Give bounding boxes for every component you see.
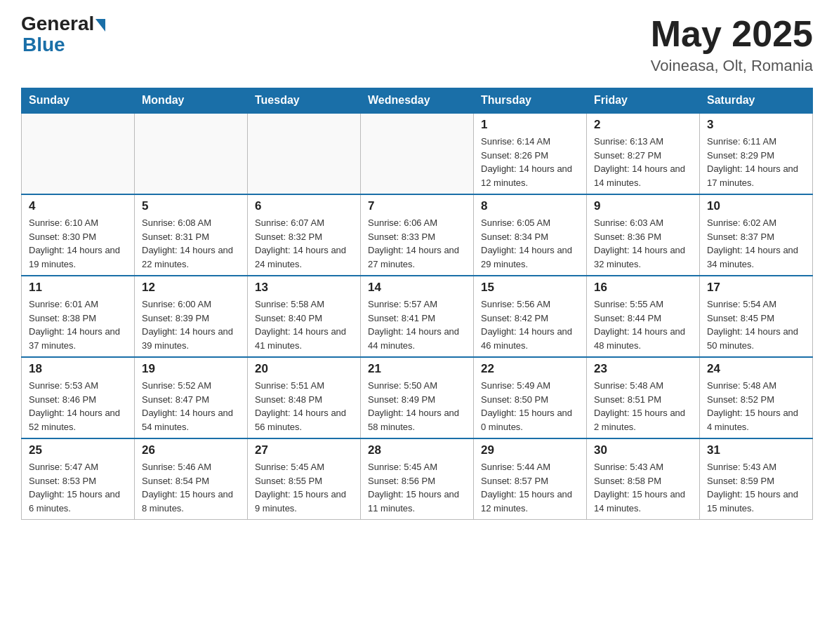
calendar-cell: 12Sunrise: 6:00 AMSunset: 8:39 PMDayligh… bbox=[135, 276, 248, 357]
calendar-week-row: 11Sunrise: 6:01 AMSunset: 8:38 PMDayligh… bbox=[22, 276, 813, 357]
day-info: Sunrise: 5:54 AMSunset: 8:45 PMDaylight:… bbox=[707, 297, 805, 352]
day-number: 5 bbox=[142, 199, 240, 213]
calendar-subtitle: Voineasa, Olt, Romania bbox=[651, 57, 813, 75]
calendar-table: SundayMondayTuesdayWednesdayThursdayFrid… bbox=[21, 88, 813, 520]
calendar-header-friday: Friday bbox=[587, 88, 700, 114]
day-info: Sunrise: 5:51 AMSunset: 8:48 PMDaylight:… bbox=[255, 379, 353, 434]
day-number: 2 bbox=[594, 118, 692, 132]
calendar-header-tuesday: Tuesday bbox=[248, 88, 361, 114]
logo: General Blue bbox=[21, 14, 105, 56]
day-info: Sunrise: 6:00 AMSunset: 8:39 PMDaylight:… bbox=[142, 297, 240, 352]
calendar-title: May 2025 bbox=[651, 14, 813, 54]
calendar-header-wednesday: Wednesday bbox=[361, 88, 474, 114]
day-info: Sunrise: 5:55 AMSunset: 8:44 PMDaylight:… bbox=[594, 297, 692, 352]
calendar-cell bbox=[22, 113, 135, 194]
day-info: Sunrise: 5:56 AMSunset: 8:42 PMDaylight:… bbox=[481, 297, 579, 352]
day-number: 22 bbox=[481, 362, 579, 376]
calendar-cell bbox=[135, 113, 248, 194]
calendar-week-row: 1Sunrise: 6:14 AMSunset: 8:26 PMDaylight… bbox=[22, 113, 813, 194]
day-number: 24 bbox=[707, 362, 805, 376]
calendar-cell: 1Sunrise: 6:14 AMSunset: 8:26 PMDaylight… bbox=[474, 113, 587, 194]
day-info: Sunrise: 5:45 AMSunset: 8:56 PMDaylight:… bbox=[368, 460, 466, 515]
calendar-header-saturday: Saturday bbox=[700, 88, 813, 114]
day-info: Sunrise: 6:01 AMSunset: 8:38 PMDaylight:… bbox=[29, 297, 127, 352]
calendar-cell: 15Sunrise: 5:56 AMSunset: 8:42 PMDayligh… bbox=[474, 276, 587, 357]
day-info: Sunrise: 5:53 AMSunset: 8:46 PMDaylight:… bbox=[29, 379, 127, 434]
calendar-cell: 7Sunrise: 6:06 AMSunset: 8:33 PMDaylight… bbox=[361, 194, 474, 276]
day-number: 30 bbox=[594, 443, 692, 457]
day-info: Sunrise: 5:52 AMSunset: 8:47 PMDaylight:… bbox=[142, 379, 240, 434]
calendar-cell: 28Sunrise: 5:45 AMSunset: 8:56 PMDayligh… bbox=[361, 438, 474, 520]
day-info: Sunrise: 5:58 AMSunset: 8:40 PMDaylight:… bbox=[255, 297, 353, 352]
day-number: 4 bbox=[29, 199, 127, 213]
calendar-cell: 10Sunrise: 6:02 AMSunset: 8:37 PMDayligh… bbox=[700, 194, 813, 276]
day-info: Sunrise: 5:47 AMSunset: 8:53 PMDaylight:… bbox=[29, 460, 127, 515]
day-info: Sunrise: 5:50 AMSunset: 8:49 PMDaylight:… bbox=[368, 379, 466, 434]
calendar-header-thursday: Thursday bbox=[474, 88, 587, 114]
day-info: Sunrise: 5:43 AMSunset: 8:59 PMDaylight:… bbox=[707, 460, 805, 515]
calendar-cell: 8Sunrise: 6:05 AMSunset: 8:34 PMDaylight… bbox=[474, 194, 587, 276]
calendar-cell: 29Sunrise: 5:44 AMSunset: 8:57 PMDayligh… bbox=[474, 438, 587, 520]
calendar-cell: 16Sunrise: 5:55 AMSunset: 8:44 PMDayligh… bbox=[587, 276, 700, 357]
day-number: 18 bbox=[29, 362, 127, 376]
day-info: Sunrise: 6:05 AMSunset: 8:34 PMDaylight:… bbox=[481, 216, 579, 271]
day-number: 12 bbox=[142, 281, 240, 295]
day-number: 11 bbox=[29, 281, 127, 295]
day-number: 21 bbox=[368, 362, 466, 376]
calendar-header-sunday: Sunday bbox=[22, 88, 135, 114]
day-number: 14 bbox=[368, 281, 466, 295]
day-info: Sunrise: 6:08 AMSunset: 8:31 PMDaylight:… bbox=[142, 216, 240, 271]
day-info: Sunrise: 6:10 AMSunset: 8:30 PMDaylight:… bbox=[29, 216, 127, 271]
day-number: 29 bbox=[481, 443, 579, 457]
day-info: Sunrise: 5:57 AMSunset: 8:41 PMDaylight:… bbox=[368, 297, 466, 352]
day-info: Sunrise: 5:46 AMSunset: 8:54 PMDaylight:… bbox=[142, 460, 240, 515]
day-info: Sunrise: 5:45 AMSunset: 8:55 PMDaylight:… bbox=[255, 460, 353, 515]
calendar-header-monday: Monday bbox=[135, 88, 248, 114]
page-header: General Blue May 2025 Voineasa, Olt, Rom… bbox=[21, 14, 813, 75]
day-info: Sunrise: 6:13 AMSunset: 8:27 PMDaylight:… bbox=[594, 135, 692, 189]
calendar-cell: 20Sunrise: 5:51 AMSunset: 8:48 PMDayligh… bbox=[248, 357, 361, 438]
calendar-cell: 21Sunrise: 5:50 AMSunset: 8:49 PMDayligh… bbox=[361, 357, 474, 438]
day-number: 19 bbox=[142, 362, 240, 376]
calendar-cell bbox=[361, 113, 474, 194]
logo-blue: Blue bbox=[22, 34, 65, 56]
day-number: 6 bbox=[255, 199, 353, 213]
day-info: Sunrise: 6:07 AMSunset: 8:32 PMDaylight:… bbox=[255, 216, 353, 271]
day-number: 3 bbox=[707, 118, 805, 132]
day-number: 25 bbox=[29, 443, 127, 457]
calendar-cell: 22Sunrise: 5:49 AMSunset: 8:50 PMDayligh… bbox=[474, 357, 587, 438]
day-info: Sunrise: 6:06 AMSunset: 8:33 PMDaylight:… bbox=[368, 216, 466, 271]
calendar-cell: 31Sunrise: 5:43 AMSunset: 8:59 PMDayligh… bbox=[700, 438, 813, 520]
calendar-week-row: 18Sunrise: 5:53 AMSunset: 8:46 PMDayligh… bbox=[22, 357, 813, 438]
day-number: 17 bbox=[707, 281, 805, 295]
calendar-cell: 9Sunrise: 6:03 AMSunset: 8:36 PMDaylight… bbox=[587, 194, 700, 276]
calendar-cell bbox=[248, 113, 361, 194]
calendar-cell: 18Sunrise: 5:53 AMSunset: 8:46 PMDayligh… bbox=[22, 357, 135, 438]
day-info: Sunrise: 6:02 AMSunset: 8:37 PMDaylight:… bbox=[707, 216, 805, 271]
day-number: 10 bbox=[707, 199, 805, 213]
calendar-cell: 5Sunrise: 6:08 AMSunset: 8:31 PMDaylight… bbox=[135, 194, 248, 276]
day-number: 8 bbox=[481, 199, 579, 213]
day-info: Sunrise: 5:49 AMSunset: 8:50 PMDaylight:… bbox=[481, 379, 579, 434]
day-number: 20 bbox=[255, 362, 353, 376]
day-number: 7 bbox=[368, 199, 466, 213]
calendar-header-row: SundayMondayTuesdayWednesdayThursdayFrid… bbox=[22, 88, 813, 114]
logo-triangle-icon bbox=[95, 19, 105, 32]
day-info: Sunrise: 5:48 AMSunset: 8:52 PMDaylight:… bbox=[707, 379, 805, 434]
day-number: 1 bbox=[481, 118, 579, 132]
calendar-cell: 30Sunrise: 5:43 AMSunset: 8:58 PMDayligh… bbox=[587, 438, 700, 520]
day-number: 26 bbox=[142, 443, 240, 457]
calendar-cell: 13Sunrise: 5:58 AMSunset: 8:40 PMDayligh… bbox=[248, 276, 361, 357]
day-number: 23 bbox=[594, 362, 692, 376]
logo-general: General bbox=[21, 14, 94, 34]
calendar-cell: 6Sunrise: 6:07 AMSunset: 8:32 PMDaylight… bbox=[248, 194, 361, 276]
day-info: Sunrise: 5:44 AMSunset: 8:57 PMDaylight:… bbox=[481, 460, 579, 515]
day-number: 9 bbox=[594, 199, 692, 213]
calendar-cell: 11Sunrise: 6:01 AMSunset: 8:38 PMDayligh… bbox=[22, 276, 135, 357]
day-number: 13 bbox=[255, 281, 353, 295]
calendar-week-row: 25Sunrise: 5:47 AMSunset: 8:53 PMDayligh… bbox=[22, 438, 813, 520]
calendar-cell: 27Sunrise: 5:45 AMSunset: 8:55 PMDayligh… bbox=[248, 438, 361, 520]
calendar-cell: 14Sunrise: 5:57 AMSunset: 8:41 PMDayligh… bbox=[361, 276, 474, 357]
day-number: 28 bbox=[368, 443, 466, 457]
calendar-cell: 2Sunrise: 6:13 AMSunset: 8:27 PMDaylight… bbox=[587, 113, 700, 194]
